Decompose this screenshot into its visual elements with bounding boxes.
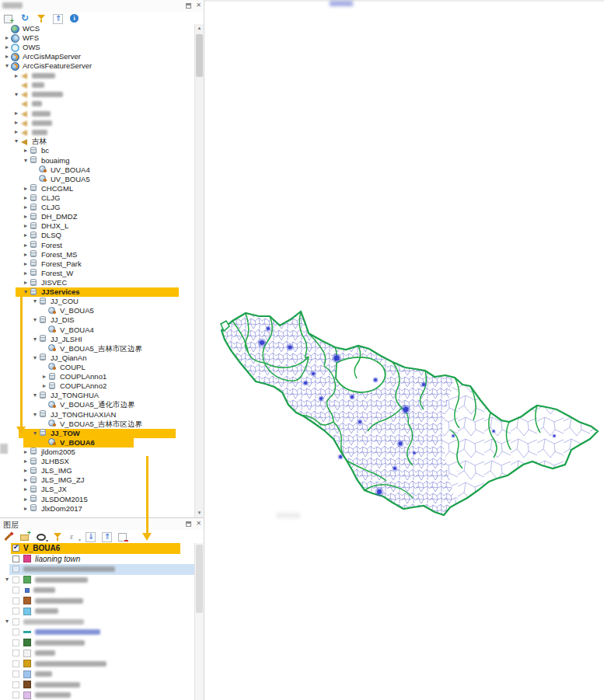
tree-item[interactable]: V_BOUA4 (0, 326, 194, 335)
expander-icon[interactable] (22, 485, 30, 494)
remove-layer-button[interactable] (118, 531, 128, 542)
tree-item[interactable] (0, 99, 194, 109)
layer-checkbox[interactable] (12, 618, 19, 625)
tree-item[interactable] (0, 81, 194, 90)
layer-item[interactable] (0, 638, 194, 649)
tree-item[interactable]: JISVEC (0, 278, 194, 287)
tree-item[interactable]: bouaimg (0, 156, 194, 165)
tree-item[interactable]: Forest_W (0, 269, 194, 278)
tree-item[interactable]: JJ_DIS (0, 315, 194, 325)
expander-icon[interactable] (31, 391, 39, 400)
expander-icon[interactable] (22, 466, 30, 475)
expander-icon[interactable] (3, 52, 11, 61)
expander-icon[interactable] (3, 43, 11, 52)
expander-icon[interactable] (22, 250, 30, 259)
tree-item[interactable]: Forest_MS (0, 250, 194, 259)
expander-icon[interactable] (22, 193, 30, 203)
tree-item[interactable] (0, 118, 194, 127)
expander-icon[interactable] (31, 410, 39, 420)
layer-item[interactable] (0, 564, 194, 575)
layer-item[interactable]: liaoning town (0, 554, 194, 565)
add-selected-layers-button[interactable] (4, 13, 14, 23)
layer-item[interactable] (0, 575, 194, 586)
tree-item[interactable]: DH_DMDZ (0, 212, 194, 221)
layer-item[interactable] (0, 617, 194, 628)
layer-checkbox[interactable] (12, 691, 19, 698)
layer-styling-button[interactable] (4, 531, 14, 542)
expander-icon[interactable] (31, 297, 39, 306)
expander-icon[interactable] (22, 231, 30, 240)
layer-checkbox[interactable] (12, 545, 19, 552)
tree-item[interactable]: DLSQ (0, 231, 194, 240)
expander-icon[interactable] (22, 278, 30, 287)
expander-icon[interactable] (3, 617, 11, 626)
tree-item[interactable]: ArcGisMapServer (0, 52, 194, 61)
layer-checkbox[interactable] (12, 597, 19, 604)
tree-item[interactable]: bc (0, 146, 194, 155)
tree-item[interactable]: UV_BOUA5 (0, 175, 194, 184)
expander-icon[interactable] (22, 184, 30, 193)
filter-browser-button[interactable] (37, 13, 47, 23)
layer-item[interactable] (0, 585, 194, 596)
scrollbar-thumb[interactable] (196, 34, 203, 77)
tree-item[interactable]: CHCGML (0, 184, 194, 193)
expander-icon[interactable] (3, 61, 11, 71)
map-themes-button[interactable] (37, 531, 47, 542)
layers-scrollbar[interactable] (194, 543, 204, 700)
undock-icon[interactable] (186, 3, 191, 9)
tree-item[interactable] (0, 71, 194, 81)
scroll-down-icon[interactable]: ▼ (195, 509, 204, 517)
layer-item[interactable] (0, 690, 194, 700)
tree-item[interactable]: CLJG (0, 203, 194, 212)
expander-icon[interactable] (22, 221, 30, 231)
tree-item[interactable]: V_BOUA5_通化市边界 (0, 400, 194, 409)
tree-item[interactable]: JJServices (0, 287, 194, 297)
layer-checkbox[interactable] (12, 566, 19, 573)
tree-item[interactable]: COUPLAnno2 (0, 381, 194, 391)
expander-icon[interactable] (40, 381, 48, 391)
layer-checkbox[interactable] (12, 608, 19, 615)
tree-item[interactable]: V_BOUA5_吉林市区边界 (0, 344, 194, 353)
tree-item[interactable]: JJ_JLSHI (0, 335, 194, 344)
layer-checkbox[interactable] (12, 650, 19, 656)
expander-icon[interactable] (22, 448, 30, 457)
undock-icon[interactable] (186, 521, 191, 527)
expander-icon[interactable] (22, 475, 30, 485)
tree-item[interactable]: JJ_TOW (0, 429, 194, 438)
tree-item[interactable]: Forest (0, 241, 194, 250)
expander-icon[interactable] (12, 109, 20, 118)
tree-item[interactable]: JLSDOM2015 (0, 494, 194, 503)
properties-widget-button[interactable] (69, 13, 79, 23)
layer-item[interactable] (0, 669, 194, 680)
layer-checkbox[interactable] (12, 670, 19, 677)
add-group-button[interactable] (20, 531, 30, 542)
expander-icon[interactable] (12, 118, 20, 127)
collapse-all-button[interactable] (53, 13, 63, 23)
expand-all-button[interactable] (86, 531, 96, 542)
layer-item[interactable] (0, 627, 194, 638)
tree-item[interactable]: JlxDom2017 (0, 504, 194, 514)
layer-item[interactable] (0, 680, 194, 691)
tree-item[interactable]: WCS (0, 24, 194, 33)
tree-item[interactable]: COUPL (0, 363, 194, 372)
expander-icon[interactable] (22, 241, 30, 250)
expander-icon[interactable] (22, 156, 30, 165)
layer-checkbox[interactable] (12, 681, 19, 688)
tree-item[interactable]: V_BOUA6 (0, 438, 194, 448)
tree-item[interactable]: ArcGisFeatureServer (0, 61, 194, 71)
expander-icon[interactable] (22, 269, 30, 278)
tree-item[interactable]: COUPLAnno1 (0, 372, 194, 381)
layer-item[interactable] (0, 606, 194, 617)
expander-icon[interactable] (22, 457, 30, 466)
expander-icon[interactable] (12, 127, 20, 137)
tree-item[interactable]: OWS (0, 43, 194, 52)
tree-item[interactable] (0, 109, 194, 118)
tree-item[interactable]: 吉林 (0, 137, 194, 146)
filter-legend-button[interactable] (53, 531, 63, 542)
province-map[interactable] (220, 305, 602, 523)
tree-item[interactable]: CLJG (0, 193, 194, 203)
tree-item[interactable]: DHJX_L (0, 221, 194, 231)
tree-item[interactable] (0, 127, 194, 137)
expander-icon[interactable] (22, 203, 30, 212)
expander-icon[interactable] (12, 90, 20, 99)
